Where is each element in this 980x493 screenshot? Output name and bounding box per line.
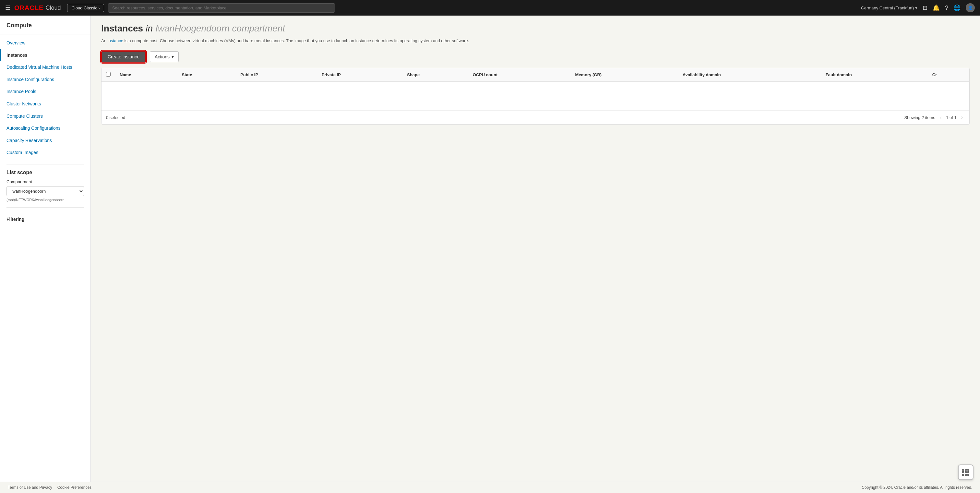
footer-links: Terms of Use and Privacy Cookie Preferen… — [8, 485, 91, 490]
col-fault-domain: Fault domain — [821, 68, 928, 82]
oracle-logo-text: ORACLE — [14, 4, 43, 12]
help-dot-9 — [967, 474, 969, 476]
select-all-checkbox[interactable] — [106, 72, 111, 76]
help-dot-6 — [967, 471, 969, 473]
actions-label: Actions — [155, 54, 170, 59]
toolbar: Create instance Actions ▾ — [101, 51, 970, 63]
col-public-ip: Public IP — [236, 68, 317, 82]
sidebar-item-instance-pools[interactable]: Instance Pools — [0, 86, 91, 98]
instances-table: Name State Public IP Private IP Shape OC… — [102, 68, 969, 111]
col-shape: Shape — [402, 68, 468, 82]
col-memory-gb: Memory (GB) — [571, 68, 678, 82]
compartment-select[interactable]: IwanHoogendoorn — [6, 186, 84, 196]
sidebar-item-capacity-reservations[interactable]: Capacity Reservations — [0, 135, 91, 147]
terminal-icon[interactable]: ⊟ — [923, 4, 928, 11]
table-body: — — [102, 82, 969, 110]
hamburger-icon[interactable]: ☰ — [5, 4, 10, 11]
page-description: An instance is a compute host. Choose be… — [101, 38, 490, 45]
col-created: Cr — [928, 68, 969, 82]
sidebar: Compute Overview Instances Dedicated Vir… — [0, 16, 91, 482]
table-row-dash: — — [102, 97, 969, 110]
page-title-compartment: IwanHoogendoorn compartment — [155, 23, 285, 34]
main-layout: Compute Overview Instances Dedicated Vir… — [0, 16, 980, 482]
sidebar-item-compute-clusters[interactable]: Compute Clusters — [0, 110, 91, 122]
avatar-icon: 👤 — [968, 5, 973, 10]
sidebar-divider — [6, 164, 84, 164]
help-dot-5 — [965, 471, 967, 473]
sidebar-item-autoscaling-configurations[interactable]: Autoscaling Configurations — [0, 122, 91, 135]
page-title: Instances in IwanHoogendoorn compartment — [101, 23, 970, 34]
sidebar-divider-2 — [6, 207, 84, 208]
help-widget[interactable] — [958, 464, 974, 480]
notification-bell-icon[interactable]: 🔔 — [933, 4, 940, 11]
list-scope-title: List scope — [0, 170, 91, 180]
cookie-preferences-link[interactable]: Cookie Preferences — [57, 485, 91, 490]
help-dot-3 — [967, 469, 969, 471]
sidebar-item-custom-images[interactable]: Custom Images — [0, 146, 91, 159]
main-content: Instances in IwanHoogendoorn compartment… — [91, 16, 980, 482]
select-all-header[interactable] — [102, 68, 115, 82]
col-state: State — [177, 68, 236, 82]
copyright-text: Copyright © 2024, Oracle and/or its affi… — [862, 485, 972, 490]
sidebar-item-overview[interactable]: Overview — [0, 37, 91, 49]
actions-chevron-icon: ▾ — [172, 54, 174, 59]
sidebar-item-instance-configurations[interactable]: Instance Configurations — [0, 74, 91, 86]
search-input[interactable] — [108, 3, 335, 13]
description-prefix: An — [101, 38, 107, 43]
instance-link[interactable]: instance — [108, 38, 123, 43]
help-dot-8 — [965, 474, 967, 476]
cloud-classic-button[interactable]: Cloud Classic › — [67, 4, 104, 12]
empty-cell-1 — [102, 82, 969, 97]
table-header: Name State Public IP Private IP Shape OC… — [102, 68, 969, 82]
region-label: Germany Central (Frankfurt) — [861, 5, 914, 10]
page-title-main: Instances — [101, 23, 143, 34]
description-suffix: is a compute host. Choose between virtua… — [124, 38, 469, 43]
pagination: Showing 2 items ‹ 1 of 1 › — [904, 114, 965, 121]
showing-label: Showing 2 items — [904, 115, 935, 120]
pagination-next-button[interactable]: › — [959, 114, 965, 121]
help-dot-2 — [965, 469, 967, 471]
compartment-label: Compartment — [0, 180, 91, 186]
sidebar-item-instances[interactable]: Instances — [0, 49, 91, 62]
table-footer: 0 selected Showing 2 items ‹ 1 of 1 › — [102, 110, 969, 124]
help-dots-grid — [962, 469, 969, 476]
oracle-logo: ORACLE Cloud — [14, 4, 60, 12]
page-title-in: in — [146, 23, 153, 34]
oracle-cloud-text: Cloud — [45, 5, 60, 11]
actions-button[interactable]: Actions ▾ — [150, 51, 179, 62]
sidebar-item-dedicated-vm-hosts[interactable]: Dedicated Virtual Machine Hosts — [0, 61, 91, 74]
region-selector[interactable]: Germany Central (Frankfurt) ▾ — [861, 5, 917, 10]
user-avatar[interactable]: 👤 — [966, 3, 975, 12]
top-navigation: ☰ ORACLE Cloud Cloud Classic › Germany C… — [0, 0, 980, 16]
sidebar-section-title: Compute — [0, 22, 91, 34]
compartment-hint: (root)/NETWORK/IwanHoogendoorn — [0, 196, 91, 202]
pagination-prev-button[interactable]: ‹ — [938, 114, 943, 121]
sidebar-item-cluster-networks[interactable]: Cluster Networks — [0, 98, 91, 110]
terms-link[interactable]: Terms of Use and Privacy — [8, 485, 52, 490]
help-question-icon[interactable]: ? — [945, 5, 948, 11]
create-instance-button[interactable]: Create instance — [101, 51, 146, 63]
selected-count: 0 selected — [106, 115, 125, 120]
pagination-page: 1 of 1 — [946, 115, 957, 120]
col-name: Name — [115, 68, 177, 82]
help-dot-4 — [962, 471, 964, 473]
help-dot-7 — [962, 474, 964, 476]
page-footer: Terms of Use and Privacy Cookie Preferen… — [0, 482, 980, 493]
nav-right: Germany Central (Frankfurt) ▾ ⊟ 🔔 ? 🌐 👤 — [861, 3, 975, 12]
help-dot-1 — [962, 469, 964, 471]
instances-table-container: Name State Public IP Private IP Shape OC… — [101, 68, 970, 125]
filtering-label: Filtering — [0, 213, 91, 222]
region-chevron-icon: ▾ — [915, 5, 917, 10]
table-row-empty-1 — [102, 82, 969, 97]
dash-cell: — — [102, 97, 969, 110]
col-private-ip: Private IP — [317, 68, 403, 82]
col-availability-domain: Availability domain — [678, 68, 821, 82]
col-ocpu-count: OCPU count — [468, 68, 571, 82]
globe-icon[interactable]: 🌐 — [953, 4, 961, 11]
